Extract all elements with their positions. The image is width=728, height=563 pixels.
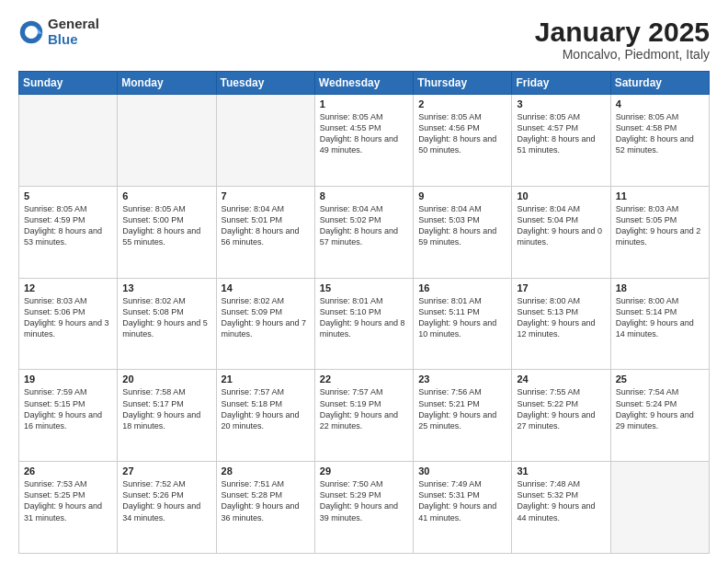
week-row-3: 19Sunrise: 7:59 AM Sunset: 5:15 PM Dayli… [19, 370, 710, 462]
day-info: Sunrise: 7:58 AM Sunset: 5:17 PM Dayligh… [122, 386, 210, 431]
day-number: 9 [418, 190, 506, 201]
day-cell: 8Sunrise: 8:04 AM Sunset: 5:02 PM Daylig… [314, 186, 413, 278]
day-info: Sunrise: 8:05 AM Sunset: 4:57 PM Dayligh… [517, 111, 605, 156]
calendar: SundayMondayTuesdayWednesdayThursdayFrid… [18, 71, 710, 554]
day-info: Sunrise: 8:04 AM Sunset: 5:04 PM Dayligh… [517, 203, 605, 248]
logo: General Blue [18, 17, 99, 47]
day-cell: 18Sunrise: 8:00 AM Sunset: 5:14 PM Dayli… [610, 278, 709, 370]
day-cell: 9Sunrise: 8:04 AM Sunset: 5:03 PM Daylig… [414, 186, 512, 278]
week-row-2: 12Sunrise: 8:03 AM Sunset: 5:06 PM Dayli… [19, 278, 710, 370]
day-number: 8 [320, 190, 408, 201]
weekday-header-wednesday: Wednesday [314, 72, 413, 95]
day-cell: 6Sunrise: 8:05 AM Sunset: 5:00 PM Daylig… [118, 186, 216, 278]
logo-blue-text: Blue [48, 32, 99, 48]
day-info: Sunrise: 8:04 AM Sunset: 5:02 PM Dayligh… [320, 203, 408, 248]
location: Moncalvo, Piedmont, Italy [535, 47, 710, 62]
day-number: 11 [616, 190, 704, 201]
day-number: 20 [122, 373, 210, 385]
day-info: Sunrise: 7:55 AM Sunset: 5:22 PM Dayligh… [517, 386, 605, 431]
day-cell: 19Sunrise: 7:59 AM Sunset: 5:15 PM Dayli… [19, 370, 118, 462]
day-info: Sunrise: 8:05 AM Sunset: 4:59 PM Dayligh… [24, 203, 112, 248]
weekday-header-sunday: Sunday [19, 72, 118, 95]
day-info: Sunrise: 8:01 AM Sunset: 5:11 PM Dayligh… [418, 295, 506, 340]
day-info: Sunrise: 8:05 AM Sunset: 5:00 PM Dayligh… [122, 203, 210, 248]
day-cell: 7Sunrise: 8:04 AM Sunset: 5:01 PM Daylig… [216, 186, 314, 278]
day-cell: 11Sunrise: 8:03 AM Sunset: 5:05 PM Dayli… [610, 186, 709, 278]
day-number: 21 [222, 373, 310, 385]
day-info: Sunrise: 8:01 AM Sunset: 5:10 PM Dayligh… [320, 295, 408, 340]
day-cell: 22Sunrise: 7:57 AM Sunset: 5:19 PM Dayli… [314, 370, 413, 462]
day-info: Sunrise: 8:02 AM Sunset: 5:08 PM Dayligh… [122, 295, 210, 340]
day-cell [216, 95, 314, 187]
day-cell: 24Sunrise: 7:55 AM Sunset: 5:22 PM Dayli… [512, 370, 610, 462]
day-number: 2 [418, 98, 506, 109]
day-number: 29 [320, 465, 408, 477]
day-number: 22 [320, 373, 408, 385]
day-cell: 10Sunrise: 8:04 AM Sunset: 5:04 PM Dayli… [512, 186, 610, 278]
day-info: Sunrise: 8:05 AM Sunset: 4:55 PM Dayligh… [320, 111, 408, 156]
day-cell: 26Sunrise: 7:53 AM Sunset: 5:25 PM Dayli… [19, 462, 118, 554]
day-cell: 3Sunrise: 8:05 AM Sunset: 4:57 PM Daylig… [512, 95, 610, 187]
week-row-0: 1Sunrise: 8:05 AM Sunset: 4:55 PM Daylig… [19, 95, 710, 187]
day-cell: 1Sunrise: 8:05 AM Sunset: 4:55 PM Daylig… [314, 95, 413, 187]
day-info: Sunrise: 7:50 AM Sunset: 5:29 PM Dayligh… [320, 478, 408, 523]
day-number: 25 [616, 373, 704, 385]
day-info: Sunrise: 8:03 AM Sunset: 5:06 PM Dayligh… [24, 295, 112, 340]
day-number: 13 [122, 282, 210, 293]
day-number: 4 [616, 98, 704, 109]
day-cell: 21Sunrise: 7:57 AM Sunset: 5:18 PM Dayli… [216, 370, 314, 462]
day-cell: 13Sunrise: 8:02 AM Sunset: 5:08 PM Dayli… [118, 278, 216, 370]
day-info: Sunrise: 7:57 AM Sunset: 5:19 PM Dayligh… [320, 386, 408, 431]
day-info: Sunrise: 7:57 AM Sunset: 5:18 PM Dayligh… [222, 386, 310, 431]
day-info: Sunrise: 7:56 AM Sunset: 5:21 PM Dayligh… [418, 386, 506, 431]
day-number: 7 [222, 190, 310, 201]
day-info: Sunrise: 7:53 AM Sunset: 5:25 PM Dayligh… [24, 478, 112, 523]
day-cell: 31Sunrise: 7:48 AM Sunset: 5:32 PM Dayli… [512, 462, 610, 554]
month-title: January 2025 [535, 17, 710, 47]
day-number: 19 [24, 373, 112, 385]
day-number: 1 [320, 98, 408, 109]
day-number: 14 [222, 282, 310, 293]
day-info: Sunrise: 7:48 AM Sunset: 5:32 PM Dayligh… [517, 478, 605, 523]
day-info: Sunrise: 8:04 AM Sunset: 5:01 PM Dayligh… [222, 203, 310, 248]
day-info: Sunrise: 7:52 AM Sunset: 5:26 PM Dayligh… [122, 478, 210, 523]
day-number: 17 [517, 282, 605, 293]
day-cell: 12Sunrise: 8:03 AM Sunset: 5:06 PM Dayli… [19, 278, 118, 370]
day-info: Sunrise: 7:59 AM Sunset: 5:15 PM Dayligh… [24, 386, 112, 431]
day-cell [610, 462, 709, 554]
day-info: Sunrise: 8:00 AM Sunset: 5:13 PM Dayligh… [517, 295, 605, 340]
day-cell: 4Sunrise: 8:05 AM Sunset: 4:58 PM Daylig… [610, 95, 709, 187]
day-number: 31 [517, 465, 605, 477]
day-cell: 27Sunrise: 7:52 AM Sunset: 5:26 PM Dayli… [118, 462, 216, 554]
day-cell: 5Sunrise: 8:05 AM Sunset: 4:59 PM Daylig… [19, 186, 118, 278]
page: General Blue January 2025 Moncalvo, Pied… [0, 0, 728, 563]
day-cell: 25Sunrise: 7:54 AM Sunset: 5:24 PM Dayli… [610, 370, 709, 462]
day-number: 26 [24, 465, 112, 477]
day-number: 3 [517, 98, 605, 109]
weekday-header-tuesday: Tuesday [216, 72, 314, 95]
week-row-1: 5Sunrise: 8:05 AM Sunset: 4:59 PM Daylig… [19, 186, 710, 278]
day-info: Sunrise: 8:00 AM Sunset: 5:14 PM Dayligh… [616, 295, 704, 340]
day-number: 27 [122, 465, 210, 477]
weekday-header-saturday: Saturday [610, 72, 709, 95]
day-info: Sunrise: 8:05 AM Sunset: 4:58 PM Dayligh… [616, 111, 704, 156]
day-number: 12 [24, 282, 112, 293]
day-cell: 28Sunrise: 7:51 AM Sunset: 5:28 PM Dayli… [216, 462, 314, 554]
day-cell: 30Sunrise: 7:49 AM Sunset: 5:31 PM Dayli… [414, 462, 512, 554]
day-number: 28 [222, 465, 310, 477]
day-info: Sunrise: 8:02 AM Sunset: 5:09 PM Dayligh… [222, 295, 310, 340]
logo-text: General Blue [48, 17, 99, 47]
day-cell: 20Sunrise: 7:58 AM Sunset: 5:17 PM Dayli… [118, 370, 216, 462]
day-info: Sunrise: 8:03 AM Sunset: 5:05 PM Dayligh… [616, 203, 704, 248]
weekday-header-thursday: Thursday [414, 72, 512, 95]
day-cell [118, 95, 216, 187]
day-cell: 14Sunrise: 8:02 AM Sunset: 5:09 PM Dayli… [216, 278, 314, 370]
logo-icon [18, 19, 44, 45]
logo-general-text: General [48, 17, 99, 32]
day-number: 5 [24, 190, 112, 201]
day-number: 24 [517, 373, 605, 385]
weekday-header-friday: Friday [512, 72, 610, 95]
day-info: Sunrise: 7:49 AM Sunset: 5:31 PM Dayligh… [418, 478, 506, 523]
day-number: 18 [616, 282, 704, 293]
day-info: Sunrise: 7:51 AM Sunset: 5:28 PM Dayligh… [222, 478, 310, 523]
